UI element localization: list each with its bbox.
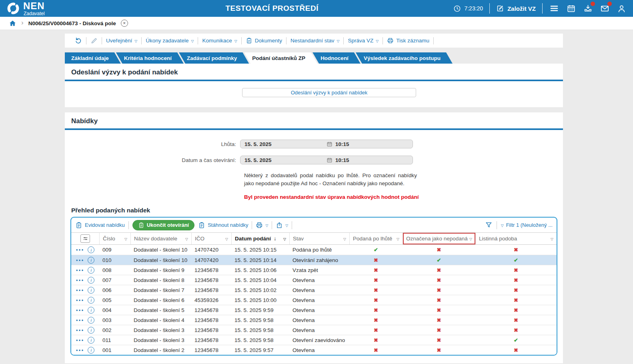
menu-uverejneni[interactable]: Uveřejnění▽ bbox=[102, 38, 141, 44]
column-header-podana-po-lhute[interactable]: Podaná po lhůtě▽ bbox=[349, 233, 403, 244]
row-menu-icon[interactable]: ●●● bbox=[76, 298, 84, 302]
filter-caret-icon[interactable]: ▽ bbox=[283, 237, 286, 241]
column-header-nazev-dodavatele[interactable]: Název dodavatele▽ bbox=[130, 233, 191, 244]
column-label: Číslo bbox=[103, 236, 115, 242]
tab-hodnoceni[interactable]: Hodnocení bbox=[312, 52, 361, 64]
stahnout-nabidky-button[interactable]: Stáhnout nabídky bbox=[198, 222, 248, 229]
row-menu-icon[interactable]: ●●● bbox=[76, 248, 84, 252]
filter-caret-icon[interactable]: ▽ bbox=[343, 237, 346, 241]
edit-button[interactable] bbox=[86, 37, 102, 44]
row-actions: ●●●i bbox=[71, 317, 99, 324]
row-info-icon[interactable]: i bbox=[88, 317, 94, 324]
refresh-button[interactable] bbox=[70, 37, 86, 44]
nen-logo[interactable]: NEN Zadavatel bbox=[6, 1, 90, 16]
home-icon[interactable] bbox=[9, 20, 16, 27]
column-header-datum-podani[interactable]: Datum podání↓▽ bbox=[231, 233, 289, 244]
table-row[interactable]: ●●●i001Dodavatel - školení 21234567815. … bbox=[71, 345, 557, 355]
close-icon[interactable]: ✕ bbox=[121, 20, 128, 27]
row-info-icon[interactable]: i bbox=[88, 327, 94, 334]
row-menu-icon[interactable]: ●●● bbox=[76, 308, 84, 312]
row-info-icon[interactable]: i bbox=[88, 267, 94, 274]
table-row[interactable]: ●●●i002Dodavatel - školení 31234567815. … bbox=[71, 325, 557, 335]
export-button[interactable]: ▽ bbox=[276, 222, 288, 229]
column-header-listinna-podoba[interactable]: Listinná podoba▽ bbox=[475, 233, 557, 244]
cell-datum-podani: 15. 5. 2025 10:00 bbox=[231, 297, 289, 303]
row-menu-icon[interactable]: ●●● bbox=[76, 328, 84, 332]
cell-flag: ✖ bbox=[403, 277, 475, 283]
filter-caret-icon[interactable]: ▽ bbox=[397, 237, 399, 241]
table-row[interactable]: ●●●i004Dodavatel - školení 51234567815. … bbox=[71, 305, 557, 315]
page-background: Uveřejnění▽ Úkony zadavatele▽ Komunikace… bbox=[0, 34, 633, 364]
column-header-cislo[interactable]: Číslo▽ bbox=[99, 233, 130, 244]
table-row[interactable]: ●●●i007Dodavatel - školení 81234567815. … bbox=[71, 275, 557, 285]
row-info-icon[interactable]: i bbox=[88, 347, 94, 354]
table-row[interactable]: ●●●i006Dodavatel - školení 71234567815. … bbox=[71, 285, 557, 295]
tab-zadavaci-podminky[interactable]: Zadávací podmínky bbox=[179, 52, 249, 64]
session-time: 7:23:20 bbox=[464, 5, 483, 12]
cross-icon: ✖ bbox=[437, 277, 441, 283]
row-info-icon[interactable]: i bbox=[88, 257, 94, 264]
ukoncit-otevirani-button[interactable]: Ukončit otevírání bbox=[132, 220, 194, 230]
tab-podani-ucastniku-zp[interactable]: Podání účastníků ZP bbox=[244, 52, 317, 64]
table-row[interactable]: ●●●i009Dodavatel - školení 101470742015.… bbox=[71, 245, 557, 255]
filter-caret-icon[interactable]: ▽ bbox=[469, 237, 472, 241]
print-table-button[interactable]: ▽ bbox=[256, 222, 268, 229]
column-header-oznacena-jako-nepodana[interactable]: Označena jako nepodaná▽ bbox=[403, 233, 475, 244]
column-settings-button[interactable] bbox=[71, 233, 99, 244]
cell-stav: Podána po lhůtě bbox=[289, 247, 349, 253]
filter-icon-button[interactable] bbox=[485, 221, 493, 229]
messages-button[interactable] bbox=[599, 3, 610, 14]
tab-label: Výsledek zadávacího postupu bbox=[364, 55, 441, 61]
row-menu-icon[interactable]: ●●● bbox=[76, 338, 84, 342]
main-menu-button[interactable] bbox=[549, 3, 559, 14]
nen-logo-icon bbox=[6, 2, 20, 15]
cell-datum-podani: 15. 5. 2025 10:04 bbox=[231, 277, 289, 283]
filter-caret-icon[interactable]: ▽ bbox=[225, 237, 228, 241]
menu-dokumenty[interactable]: Dokumenty bbox=[242, 37, 286, 44]
row-actions: ●●●i bbox=[71, 347, 99, 354]
column-header-stav[interactable]: Stav▽ bbox=[289, 233, 349, 244]
row-menu-icon[interactable]: ●●● bbox=[76, 258, 84, 262]
menu-sprava-vz[interactable]: Správa VZ▽ bbox=[344, 38, 383, 44]
evidovat-nabidku-button[interactable]: Evidovat nabídku bbox=[75, 222, 125, 229]
row-menu-icon[interactable]: ●●● bbox=[76, 348, 84, 352]
filter-caret-icon[interactable]: ▽ bbox=[124, 237, 127, 241]
filter-caret-icon[interactable]: ▽ bbox=[185, 237, 188, 241]
downloads-button[interactable] bbox=[583, 3, 593, 14]
profile-button[interactable] bbox=[616, 3, 627, 14]
row-menu-icon[interactable]: ●●● bbox=[76, 278, 84, 282]
row-info-icon[interactable]: i bbox=[88, 277, 94, 284]
menu-tisk-zaznamu[interactable]: Tisk záznamu bbox=[383, 37, 433, 44]
table-row[interactable]: ●●●i005Dodavatel - školení 64535932615. … bbox=[71, 295, 557, 305]
filter-select[interactable]: ▽Filtr 1 (Neuložený ... bbox=[501, 222, 553, 228]
table-row[interactable]: ●●●i008Dodavatel - školení 91234567815. … bbox=[71, 265, 557, 275]
tab-vysledek[interactable]: Výsledek zadávacího postupu bbox=[356, 52, 453, 64]
row-menu-icon[interactable]: ●●● bbox=[76, 318, 84, 322]
odeslani-vyzvy-button[interactable]: Odeslání výzvy k podání nabídek bbox=[242, 88, 416, 97]
row-info-icon[interactable]: i bbox=[88, 337, 94, 344]
row-info-icon[interactable]: i bbox=[88, 307, 94, 314]
filter-caret-icon[interactable]: ▽ bbox=[551, 237, 553, 241]
opening-field[interactable]: 15. 5. 2025 10:15 bbox=[240, 156, 413, 164]
deadline-field[interactable]: 15. 5. 2025 10:15 bbox=[240, 140, 413, 148]
row-menu-icon[interactable]: ●●● bbox=[76, 268, 84, 272]
create-vz-button[interactable]: Založit VZ bbox=[496, 4, 536, 12]
table-row[interactable]: ●●●i010Dodavatel - školení 101470742015.… bbox=[71, 255, 557, 265]
menu-komunikace[interactable]: Komunikace▽ bbox=[198, 38, 241, 44]
row-info-icon[interactable]: i bbox=[88, 246, 94, 253]
action-toolbar: Uveřejnění▽ Úkony zadavatele▽ Komunikace… bbox=[65, 34, 563, 48]
tab-kriteria-hodnoceni[interactable]: Kritéria hodnocení bbox=[116, 52, 184, 64]
row-info-icon[interactable]: i bbox=[88, 297, 94, 304]
menu-nestandardni-stav[interactable]: Nestandardní stav▽ bbox=[286, 38, 343, 44]
table-row[interactable]: ●●●i003Dodavatel - školení 41234567815. … bbox=[71, 315, 557, 325]
row-menu-icon[interactable]: ●●● bbox=[76, 288, 84, 292]
breadcrumb-item[interactable]: N006/25/V00004673 - Disková pole bbox=[28, 20, 116, 26]
tab-label: Hodnocení bbox=[321, 55, 349, 61]
tab-zakladni-udaje[interactable]: Základní údaje bbox=[65, 52, 121, 64]
row-info-icon[interactable]: i bbox=[88, 287, 94, 294]
column-header-ico[interactable]: IČO▽ bbox=[191, 233, 231, 244]
calendar-button[interactable] bbox=[566, 3, 576, 14]
menu-ukony-zadavatele[interactable]: Úkony zadavatele▽ bbox=[142, 38, 198, 44]
table-row[interactable]: ●●●i011Dodavatel - školení 31234567815. … bbox=[71, 335, 557, 345]
cell-nazev-dodavatele: Dodavatel - školení 6 bbox=[130, 297, 191, 303]
